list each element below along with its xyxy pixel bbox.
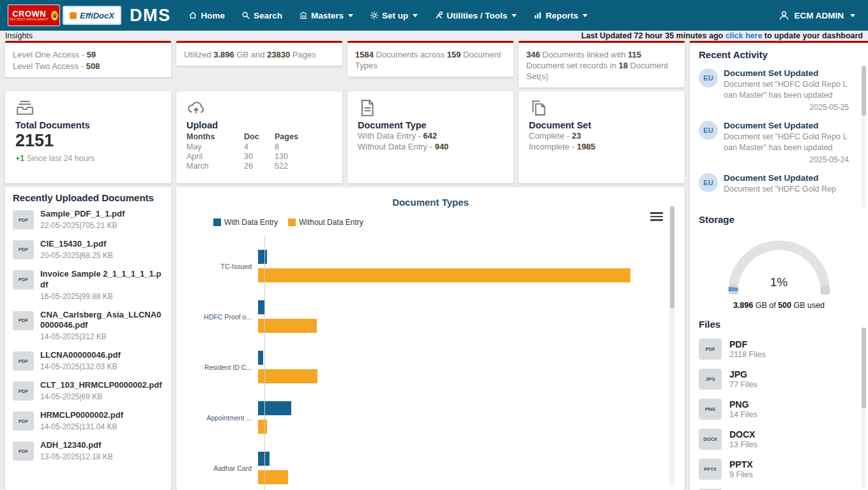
legend-item[interactable]: Without Data Entry [288, 218, 363, 227]
document-list-item[interactable]: PDFCNA_Carlsberg_Asia_LLCNA00000046.pdf1… [13, 305, 164, 346]
nav-item-tools[interactable]: Utilities / Tools [434, 11, 517, 20]
crown-logo[interactable]: CROWN RECORDS MANAGEMENT ♛ [8, 4, 60, 26]
nav-item-masters[interactable]: Masters [299, 11, 353, 20]
upload-cell: April [187, 152, 244, 162]
upload-cell: 522 [275, 162, 313, 171]
document-meta: 20-05-2025|68.25 KB [40, 251, 113, 260]
crown-logo-text: CROWN RECORDS MANAGEMENT [10, 10, 49, 22]
document-list-item[interactable]: PDFCIE_15430_1.pdf20-05-2025|68.25 KB [13, 234, 164, 264]
info-cards-row: Total Documents 2151 +1 Since last 24 ho… [5, 91, 685, 183]
file-type-row[interactable]: MP4MP4 [699, 484, 859, 490]
activity-item[interactable]: EUDocument Set UpdatedDocument set "HDFC… [699, 118, 859, 171]
upload-table-header: MonthsDocPages [187, 132, 313, 142]
nav-item-setup[interactable]: Set up [370, 11, 418, 20]
scrollbar-thumb[interactable] [670, 206, 674, 309]
chart-bar[interactable] [258, 268, 630, 282]
tools-icon [434, 11, 443, 20]
main-nav: HomeSearchMastersSet upUtilities / Tools… [188, 11, 588, 20]
upload-col-header: Months [187, 132, 244, 142]
text-segment: 642 [423, 131, 438, 141]
activity-scrollbar[interactable] [862, 66, 866, 208]
document-meta: 14-05-2025|131.04 KB [40, 422, 123, 431]
file-type-name: PNG [729, 399, 758, 410]
documents-tray-icon [15, 98, 34, 118]
document-types-chart-panel: Document Types With Data EntryWithout Da… [176, 187, 685, 490]
files-scrollbar[interactable] [862, 326, 866, 488]
chart-scrollbar[interactable] [669, 205, 674, 487]
home-icon [188, 11, 197, 20]
chevron-down-icon [582, 14, 588, 17]
user-label: ECM ADMIN [795, 11, 844, 20]
chart-bar[interactable] [258, 319, 317, 333]
pdf-file-icon: PDF [13, 351, 34, 371]
search-icon [241, 11, 250, 20]
recent-activity-list: EUDocument Set UpdatedDocument set "HDFC… [699, 66, 859, 208]
file-type-name: PDF [729, 339, 766, 349]
file-type-row[interactable]: PNGPNG14 Files [699, 394, 859, 424]
file-type-name: JPG [729, 369, 758, 379]
avatar: EU [699, 173, 718, 192]
text-segment: 115 [628, 50, 641, 59]
document-list-item[interactable]: PDFInvoice Sample 2_1_1_1_1_1.pdf16-05-2… [13, 264, 164, 305]
text-segment: 500 [778, 301, 791, 310]
upload-cell: May [187, 142, 244, 152]
chart-bar[interactable] [258, 401, 291, 415]
file-type-row[interactable]: JPGJPG77 Files [699, 364, 859, 394]
chart-bar[interactable] [258, 300, 264, 314]
user-menu[interactable]: ECM ADMIN [779, 10, 861, 21]
recently-uploaded-title: Recently Uploaded Documents [13, 192, 164, 204]
activity-title: Document Set Updated [724, 173, 849, 183]
file-type-row[interactable]: DOCXDOCX13 Files [699, 424, 859, 454]
nav-item-home[interactable]: Home [188, 11, 225, 20]
text-segment: Documents linked with [540, 50, 628, 59]
nav-item-reports[interactable]: Reports [533, 11, 588, 20]
pdf-file-icon: PDF [13, 311, 34, 330]
scrollbar-thumb[interactable] [862, 328, 866, 408]
document-set-line: Complete - 23 [529, 131, 674, 141]
update-dashboard-link[interactable]: click here [726, 31, 763, 40]
document-list-item[interactable]: PDFSample_PDF_1_1.pdf22-05-2025|705.21 K… [13, 204, 164, 234]
delta-text: Since last 24 hours [27, 154, 95, 163]
chart-bar[interactable] [258, 470, 288, 484]
chart-bar[interactable] [258, 420, 267, 434]
document-list-item[interactable]: PDFHRMCLP0000002.pdf14-05-2025|131.04 KB [13, 405, 164, 435]
upload-cell: March [187, 162, 244, 171]
upload-cell: 130 [275, 152, 313, 162]
document-name: CLT_103_HRMCLP0000002.pdf [40, 380, 162, 391]
recently-uploaded-panel: Recently Uploaded Documents PDFSample_PD… [5, 187, 171, 490]
effidocx-logo[interactable]: EffiDocX [63, 6, 121, 25]
document-set-title: Document Set [529, 120, 674, 130]
file-type-row[interactable]: PDFPDF2118 Files [699, 334, 859, 364]
activity-date: 2025-05-25 [724, 103, 849, 112]
stat-line: Level Two Access - 508 [13, 61, 164, 72]
file-type-name: DOCX [729, 429, 758, 440]
chart-bar[interactable] [258, 452, 270, 466]
upload-col-header: Doc [244, 132, 275, 142]
document-meta: 14-05-2025|312 KB [40, 332, 164, 341]
file-type-count: 14 Files [729, 410, 758, 419]
chart-menu-icon[interactable] [650, 210, 663, 223]
nav-item-search[interactable]: Search [241, 11, 282, 20]
nav-item-label: Masters [311, 11, 344, 20]
upload-row: March26522 [187, 162, 313, 171]
text-segment: Level Two Access - [13, 61, 86, 71]
text-segment: Without Data Entry - [358, 142, 435, 151]
scrollbar-thumb[interactable] [862, 66, 866, 116]
document-list-item[interactable]: PDFCLT_103_HRMCLP0000002.pdf14-05-2025|6… [13, 375, 164, 405]
activity-item[interactable]: EUDocument Set UpdatedDocument set "HDFC… [699, 171, 859, 204]
text-segment: GB of [753, 301, 778, 310]
text-segment: 59 [87, 50, 96, 59]
file-type-row[interactable]: PPTXPPTX9 Files [699, 454, 859, 484]
chart-bar[interactable] [258, 369, 317, 383]
document-list-item[interactable]: PDFLLCNA00000046.pdf14-05-2025|132.03 KB [13, 345, 164, 375]
subheader: Insights Last Updated 72 hour 35 minutes… [0, 31, 868, 41]
chart-bar[interactable] [258, 351, 263, 365]
chart-bar[interactable] [258, 250, 267, 264]
chevron-down-icon [512, 14, 517, 17]
document-list-item[interactable]: PDFADH_12340.pdf13-05-2025|12.18 KB [13, 435, 164, 465]
activity-item[interactable]: EUDocument Set UpdatedDocument set "HDFC… [699, 66, 859, 118]
legend-item[interactable]: With Data Entry [213, 218, 278, 227]
stat-line: 346 Documents linked with 115 Document s… [526, 49, 677, 82]
chart-category-label: Resident ID C... [184, 364, 258, 371]
stat-cards-row: Level One Access - 59Level Two Access - … [5, 41, 685, 88]
